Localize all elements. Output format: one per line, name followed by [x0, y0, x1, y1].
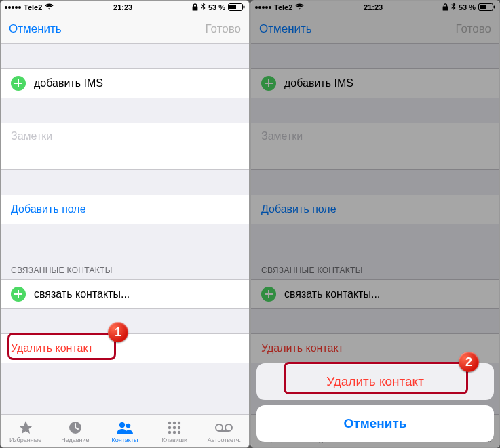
svg-rect-19 — [480, 5, 486, 9]
linked-contacts-header: СВЯЗАННЫЕ КОНТАКТЫ — [1, 262, 249, 279]
plus-icon — [261, 287, 276, 302]
notes-placeholder: Заметки — [11, 130, 52, 142]
nav-done-button[interactable]: Готово — [456, 22, 492, 36]
svg-rect-1 — [229, 5, 236, 9]
notes-field[interactable]: Заметки — [251, 123, 499, 170]
badge-2: 2 — [459, 352, 479, 372]
svg-point-7 — [173, 421, 176, 424]
tab-bar: Избранные Недавние Контакты Клавиши Авто… — [1, 414, 249, 447]
keypad-icon — [167, 420, 182, 436]
svg-point-13 — [173, 430, 176, 433]
battery-icon — [478, 3, 495, 12]
status-bar: Tele2 21:23 53 % — [1, 1, 249, 14]
svg-point-4 — [119, 422, 125, 427]
tab-contacts[interactable]: Контакты — [100, 415, 149, 447]
status-right: 53 % — [442, 3, 495, 12]
status-time: 21:23 — [364, 3, 383, 12]
linked-contacts-header: СВЯЗАННЫЕ КОНТАКТЫ — [251, 262, 499, 279]
screenshot-right: Tele2 21:23 53 % Отменить Готово добавит — [250, 0, 500, 448]
add-field-row[interactable]: Добавить поле — [251, 195, 499, 224]
sheet-delete-label: Удалить контакт — [326, 374, 424, 389]
lock-icon — [192, 3, 198, 12]
bluetooth-icon — [201, 3, 206, 12]
add-field-label: Добавить поле — [261, 203, 336, 216]
svg-point-12 — [168, 430, 171, 433]
nav-bar: Отменить Готово — [251, 14, 499, 44]
carrier-label: Tele2 — [274, 3, 292, 12]
lock-icon — [442, 3, 448, 12]
contacts-icon — [115, 420, 134, 436]
notes-placeholder: Заметки — [261, 130, 303, 142]
bluetooth-icon — [451, 3, 456, 12]
status-right: 53 % — [192, 3, 245, 12]
svg-rect-2 — [244, 5, 245, 8]
svg-point-16 — [225, 424, 232, 431]
badge-1: 1 — [108, 322, 128, 342]
svg-point-9 — [168, 426, 171, 428]
add-field-label: Добавить поле — [11, 203, 86, 216]
wifi-icon — [295, 3, 304, 12]
status-left: Tele2 — [5, 3, 54, 12]
clock-icon — [67, 420, 83, 436]
battery-percent: 53 % — [208, 3, 225, 12]
nav-cancel-button[interactable]: Отменить — [9, 22, 62, 36]
svg-point-5 — [126, 423, 131, 428]
tab-label: Автоответч. — [208, 436, 241, 443]
tab-favorites[interactable]: Избранные — [1, 415, 50, 447]
tab-label: Избранные — [9, 436, 41, 443]
status-time: 21:23 — [113, 3, 132, 12]
add-ims-label: добавить IMS — [284, 77, 353, 89]
tab-label: Недавние — [61, 436, 89, 443]
add-field-row[interactable]: Добавить поле — [1, 195, 249, 224]
star-icon — [18, 420, 34, 436]
plus-icon — [261, 76, 276, 91]
tab-recents[interactable]: Недавние — [50, 415, 100, 447]
tab-keypad[interactable]: Клавиши — [150, 415, 199, 447]
sheet-cancel-button[interactable]: Отменить — [256, 405, 494, 442]
signal-icon — [5, 6, 21, 9]
add-ims-label: добавить IMS — [34, 77, 103, 89]
link-contacts-row[interactable]: связать контакты... — [251, 279, 499, 309]
delete-contact-label: Удалить контакт — [11, 342, 93, 354]
screenshot-left: Tele2 21:23 53 % Отменить Готово добавит — [0, 0, 250, 448]
add-ims-row[interactable]: добавить IMS — [251, 68, 499, 98]
sheet-delete-button[interactable]: Удалить контакт — [256, 363, 494, 400]
status-left: Tele2 — [255, 3, 304, 12]
svg-point-10 — [173, 426, 176, 428]
battery-percent: 53 % — [459, 3, 476, 12]
tab-label: Клавиши — [161, 436, 187, 443]
svg-point-8 — [178, 421, 180, 424]
sheet-cancel-label: Отменить — [344, 416, 407, 431]
status-bar: Tele2 21:23 53 % — [251, 1, 499, 14]
plus-icon — [11, 287, 26, 302]
battery-icon — [228, 3, 245, 12]
nav-bar: Отменить Готово — [1, 14, 249, 44]
svg-point-15 — [216, 424, 223, 431]
link-contacts-label: связать контакты... — [284, 288, 380, 300]
svg-point-11 — [178, 426, 180, 428]
voicemail-icon — [214, 420, 233, 436]
nav-done-button[interactable]: Готово — [206, 22, 242, 36]
wifi-icon — [45, 3, 54, 12]
svg-rect-20 — [494, 5, 495, 8]
svg-point-14 — [178, 430, 180, 433]
tab-label: Контакты — [112, 436, 138, 443]
add-ims-row[interactable]: добавить IMS — [1, 68, 249, 98]
nav-cancel-button[interactable]: Отменить — [259, 22, 312, 36]
signal-icon — [255, 6, 271, 9]
tab-voicemail[interactable]: Автоответч. — [199, 415, 249, 447]
delete-contact-label: Удалить контакт — [261, 342, 343, 354]
link-contacts-row[interactable]: связать контакты... — [1, 279, 249, 309]
svg-point-6 — [168, 421, 171, 424]
action-sheet: Удалить контакт Отменить — [256, 358, 494, 442]
link-contacts-label: связать контакты... — [34, 288, 130, 300]
plus-icon — [11, 76, 26, 91]
carrier-label: Tele2 — [24, 3, 42, 12]
content-area: добавить IMS Заметки Добавить поле СВЯЗА… — [1, 44, 249, 414]
notes-field[interactable]: Заметки — [1, 123, 249, 170]
